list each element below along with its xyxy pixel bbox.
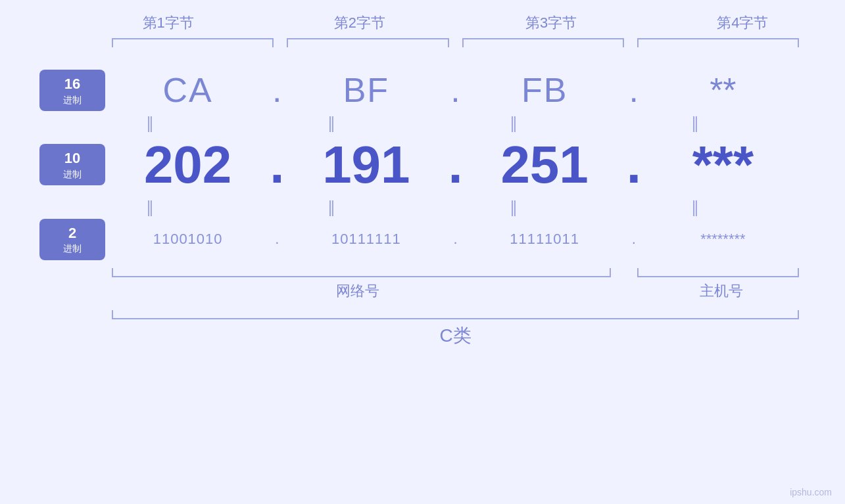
bin-value-1: 11001010 [153, 231, 223, 247]
eq2-cell4: ‖ [617, 198, 773, 216]
dec-dot-2: . [443, 135, 469, 195]
binary-values: 11001010 . 10111111 . 11111011 . *******… [105, 231, 806, 248]
watermark: ipshu.com [790, 487, 832, 497]
top-bracket-1 [105, 38, 280, 50]
hex-value-3: FB [521, 71, 567, 109]
hex-value-4: ** [710, 71, 736, 109]
dec-base-num: 10 [64, 149, 80, 168]
eq2-cell2: ‖ [254, 198, 409, 216]
binary-row: 2 进制 11001010 . 10111111 . 11111011 . [39, 219, 806, 260]
network-host-labels: 网络号 主机号 [105, 281, 806, 301]
dec-cell-4: *** [647, 135, 799, 195]
decimal-label: 10 进制 [39, 144, 105, 185]
hex-dot-3: . [621, 70, 647, 110]
hex-values: CA . BF . FB . ** [105, 70, 806, 110]
dec-cell-1: 202 [112, 135, 264, 195]
decimal-row: 10 进制 202 . 191 . 251 . *** [39, 135, 806, 195]
host-bracket [637, 265, 806, 277]
hex-base-text: 进制 [63, 94, 82, 106]
host-label: 主机号 [637, 281, 806, 301]
dec-dot-3: . [621, 135, 647, 195]
dec-base-text: 进制 [63, 168, 82, 180]
hex-value-1: CA [163, 71, 213, 109]
eq1-cell3: ‖ [436, 114, 591, 132]
hex-dot-2: . [443, 70, 469, 110]
bin-value-3: 11111011 [510, 231, 579, 247]
dec-cell-2: 191 [290, 135, 442, 195]
equals-row-2: ‖ ‖ ‖ ‖ [72, 198, 773, 216]
class-bracket [105, 308, 806, 319]
hex-label: 16 进制 [39, 70, 105, 111]
byte-label-2: 第2字节 [264, 13, 455, 33]
dec-value-4: *** [692, 135, 754, 194]
dec-dot-1: . [264, 135, 290, 195]
binary-label: 2 进制 [39, 219, 105, 260]
equals-row-1: ‖ ‖ ‖ ‖ [72, 114, 773, 132]
dec-cell-3: 251 [469, 135, 621, 195]
hex-cell-4: ** [647, 70, 799, 110]
hex-row: 16 进制 CA . BF . FB . ** [39, 70, 806, 111]
top-bracket-4 [631, 38, 806, 50]
hex-cell-1: CA [112, 70, 264, 110]
byte-label-1: 第1字节 [72, 13, 264, 33]
hex-cell-3: FB [469, 70, 621, 110]
dec-value-3: 251 [500, 135, 588, 194]
eq2-cell1: ‖ [72, 198, 228, 216]
dec-value-2: 191 [322, 135, 410, 194]
bin-value-2: 10111111 [331, 231, 401, 247]
bin-cell-1: 11001010 [112, 231, 264, 248]
network-bracket [105, 265, 611, 277]
bin-dot-1: . [264, 231, 290, 248]
byte-labels-row: 第1字节 第2字节 第3字节 第4字节 [72, 13, 838, 33]
bottom-brackets [105, 265, 806, 277]
hex-cell-2: BF [290, 70, 442, 110]
bin-base-text: 进制 [63, 242, 82, 254]
main-container: 第1字节 第2字节 第3字节 第4字节 16 进制 CA . BF . [0, 0, 845, 504]
bin-base-num: 2 [68, 224, 76, 243]
bin-cell-2: 10111111 [290, 231, 442, 248]
eq2-cell3: ‖ [436, 198, 591, 216]
decimal-values: 202 . 191 . 251 . *** [105, 135, 806, 195]
eq1-cell2: ‖ [254, 114, 409, 132]
top-brackets [105, 38, 806, 50]
eq1-cell4: ‖ [617, 114, 773, 132]
bin-value-4: ******** [700, 231, 746, 247]
byte-label-3: 第3字节 [456, 13, 647, 33]
bracket-spacer [611, 265, 637, 277]
class-label: C类 [105, 323, 806, 348]
top-bracket-3 [456, 38, 631, 50]
top-bracket-2 [280, 38, 455, 50]
hex-dot-1: . [264, 70, 290, 110]
bin-cell-4: ******** [647, 231, 799, 248]
eq1-cell1: ‖ [72, 114, 228, 132]
hex-base-num: 16 [64, 75, 80, 94]
bin-dot-2: . [443, 231, 469, 248]
hex-value-2: BF [343, 71, 389, 109]
network-label: 网络号 [105, 281, 611, 301]
bin-cell-3: 11111011 [469, 231, 621, 248]
bin-dot-3: . [621, 231, 647, 248]
byte-label-4: 第4字节 [647, 13, 838, 33]
dec-value-1: 202 [144, 135, 231, 194]
